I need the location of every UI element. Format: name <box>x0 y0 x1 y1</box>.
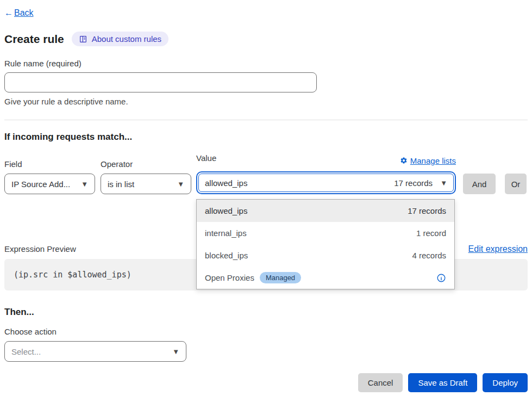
edit-expression-label: Edit expression <box>468 244 528 253</box>
section-divider <box>4 120 528 120</box>
create-rule-page: ←Back Create rule About custom rules Rul… <box>0 0 532 402</box>
about-custom-rules-label: About custom rules <box>92 34 161 44</box>
operator-column: Operator is in list ▼ <box>101 159 191 194</box>
choose-action-label: Choose action <box>4 327 528 336</box>
value-column: Value Manage lists allowed_ips 17 record… <box>196 153 456 194</box>
manage-lists-link[interactable]: Manage lists <box>400 156 456 165</box>
action-select-placeholder: Select... <box>11 347 41 356</box>
rule-name-helper: Give your rule a descriptive name. <box>4 97 528 106</box>
value-label: Value <box>196 153 216 163</box>
footer-actions: Cancel Save as Draft Deploy <box>4 373 528 392</box>
info-icon[interactable] <box>436 273 446 283</box>
about-custom-rules-link[interactable]: About custom rules <box>72 32 168 46</box>
gear-icon <box>400 157 408 164</box>
list-item-open-proxies[interactable]: Open Proxies Managed <box>197 267 454 289</box>
field-column: Field IP Source Add... ▼ <box>4 159 95 194</box>
expression-preview-label: Expression Preview <box>4 244 76 253</box>
value-select-value: allowed_ips <box>205 178 247 188</box>
value-dropdown-menu: allowed_ips 17 records internal_ips 1 re… <box>196 199 455 289</box>
value-select[interactable]: allowed_ips 17 records ▼ <box>198 174 454 192</box>
chevron-down-icon: ▼ <box>81 181 88 188</box>
back-arrow-icon: ← <box>4 8 13 17</box>
operator-select-value: is in list <box>108 180 134 189</box>
list-item-name: blocked_ips <box>205 251 248 260</box>
list-item-records: 17 records <box>408 206 446 215</box>
save-as-draft-button[interactable]: Save as Draft <box>408 373 477 392</box>
managed-badge: Managed <box>260 272 301 283</box>
and-button[interactable]: And <box>463 174 496 194</box>
rule-name-label: Rule name (required) <box>4 59 528 68</box>
value-select-records: 17 records <box>394 178 433 188</box>
operator-label: Operator <box>101 159 191 169</box>
cancel-button[interactable]: Cancel <box>358 373 403 392</box>
operator-select[interactable]: is in list ▼ <box>101 174 191 194</box>
list-item-blocked-ips[interactable]: blocked_ips 4 records <box>197 244 454 267</box>
chevron-down-icon: ▼ <box>177 181 184 188</box>
condition-row: Field IP Source Add... ▼ Operator is in … <box>4 153 528 194</box>
book-icon <box>79 35 87 44</box>
or-button[interactable]: Or <box>505 174 527 194</box>
then-section-heading: Then... <box>4 307 528 318</box>
list-item-left: Open Proxies Managed <box>205 272 301 283</box>
title-row: Create rule About custom rules <box>4 32 528 46</box>
match-section-heading: If incoming requests match... <box>4 132 528 143</box>
expression-code: (ip.src in $allowed_ips) <box>14 270 132 280</box>
list-item-records: 4 records <box>412 251 446 260</box>
back-label: Back <box>14 8 34 17</box>
chevron-down-icon: ▼ <box>172 348 179 355</box>
value-label-row: Value Manage lists <box>196 153 456 168</box>
page-title: Create rule <box>4 33 64 46</box>
rule-name-input[interactable] <box>4 72 317 92</box>
edit-expression-link[interactable]: Edit expression <box>468 244 528 254</box>
list-item-records: 1 record <box>416 228 446 238</box>
list-item-name: Open Proxies <box>205 273 254 282</box>
back-row: ←Back <box>4 0 528 18</box>
manage-lists-label: Manage lists <box>410 156 456 165</box>
list-item-internal-ips[interactable]: internal_ips 1 record <box>197 222 454 244</box>
list-item-allowed-ips[interactable]: allowed_ips 17 records <box>197 200 454 222</box>
deploy-button[interactable]: Deploy <box>483 373 528 392</box>
field-select-value: IP Source Add... <box>11 180 70 189</box>
field-label: Field <box>4 159 95 169</box>
value-select-focus-ring: allowed_ips 17 records ▼ <box>196 171 456 194</box>
back-link[interactable]: ←Back <box>4 8 34 17</box>
chevron-down-icon: ▼ <box>440 180 447 187</box>
list-item-name: allowed_ips <box>205 206 247 215</box>
field-select[interactable]: IP Source Add... ▼ <box>4 174 95 194</box>
action-select[interactable]: Select... ▼ <box>4 341 186 362</box>
list-item-name: internal_ips <box>205 228 247 238</box>
